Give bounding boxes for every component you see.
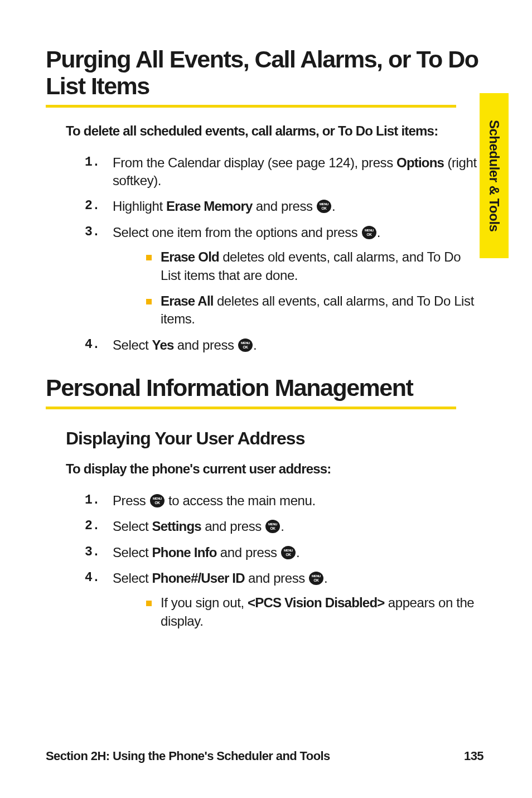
menu-ok-button-icon: MENUOK [265, 519, 280, 534]
text: and press [174, 337, 238, 352]
text-bold: Erase Old [161, 249, 219, 264]
text: From the Calendar display (see page 124)… [113, 155, 396, 170]
text: Press [113, 493, 149, 508]
svg-text:MENU: MENU [365, 229, 374, 232]
text: . [280, 519, 284, 534]
menu-ok-button-icon: MENUOK [308, 570, 324, 586]
svg-text:OK: OK [243, 345, 248, 349]
steps-address: Press MENUOK to access the main menu. Se… [85, 492, 483, 630]
sub-erase-old: Erase Old deletes old events, call alarm… [146, 248, 483, 284]
text: Select [113, 545, 152, 560]
text-bold: Erase All [161, 293, 214, 308]
text: Select [113, 519, 152, 534]
text: Select one item from the options and pre… [113, 225, 361, 240]
heading-purging: Purging All Events, Call Alarms, or To D… [46, 46, 483, 99]
text: Highlight [113, 199, 166, 214]
text: . [332, 199, 335, 214]
sub-erase-all: Erase All deletes all events, call alarm… [146, 292, 483, 328]
step-4: Select Yes and press MENUOK. [85, 336, 483, 354]
footer-section-label: Section 2H: Using the Phone's Scheduler … [46, 749, 330, 763]
step-4-sublist: If you sign out, <PCS Vision Disabled> a… [146, 594, 483, 630]
section-tab: Scheduler & Tools [480, 93, 509, 258]
lead-delete-events: To delete all scheduled events, call ala… [66, 122, 483, 140]
svg-text:OK: OK [270, 526, 276, 530]
heading-rule [46, 105, 456, 108]
svg-text:MENU: MENU [241, 341, 250, 345]
text: . [377, 225, 380, 240]
step-4: Select Phone#/User ID and press MENUOK. … [85, 569, 483, 630]
menu-ok-button-icon: MENUOK [361, 225, 377, 240]
svg-text:OK: OK [314, 578, 320, 582]
step-1: From the Calendar display (see page 124)… [85, 154, 483, 190]
text-bold: Phone#/User ID [152, 570, 245, 586]
text: and press [253, 199, 316, 214]
text: . [253, 337, 257, 352]
text-bold: Phone Info [152, 545, 217, 560]
svg-text:OK: OK [321, 206, 327, 210]
svg-text:MENU: MENU [268, 523, 277, 526]
svg-text:MENU: MENU [312, 574, 321, 578]
page-number: 135 [464, 749, 483, 763]
text: If you sign out, [161, 595, 248, 610]
text: Select [113, 337, 152, 352]
menu-ok-button-icon: MENUOK [149, 493, 165, 509]
step-1: Press MENUOK to access the main menu. [85, 492, 483, 510]
step-3-sublist: Erase Old deletes old events, call alarm… [146, 248, 483, 328]
svg-text:OK: OK [366, 233, 372, 236]
step-3: Select one item from the options and pre… [85, 224, 483, 328]
menu-ok-button-icon: MENUOK [238, 337, 253, 353]
text: and press [245, 570, 308, 586]
text-bold: Settings [152, 519, 201, 534]
text-bold: Options [396, 155, 444, 170]
svg-text:MENU: MENU [284, 549, 293, 552]
menu-ok-button-icon: MENUOK [280, 545, 296, 560]
heading-rule [46, 407, 456, 409]
lead-display-address: To display the phone's current user addr… [66, 460, 483, 478]
svg-text:OK: OK [286, 553, 291, 557]
text: . [296, 545, 299, 560]
text-bold: Yes [152, 337, 174, 352]
step-2: Select Settings and press MENUOK. [85, 518, 483, 535]
sub-sign-out: If you sign out, <PCS Vision Disabled> a… [146, 594, 483, 630]
menu-ok-button-icon: MENUOK [316, 199, 332, 214]
subheading-user-address: Displaying Your User Address [66, 428, 483, 449]
steps-purge: From the Calendar display (see page 124)… [85, 154, 483, 355]
svg-text:MENU: MENU [153, 497, 162, 500]
text: and press [217, 545, 280, 560]
text-bold: <PCS Vision Disabled> [248, 595, 385, 610]
step-3: Select Phone Info and press MENUOK. [85, 544, 483, 562]
heading-personal-info: Personal Information Management [46, 374, 483, 401]
text: to access the main menu. [165, 493, 316, 508]
svg-text:MENU: MENU [320, 202, 328, 206]
section-tab-label: Scheduler & Tools [486, 120, 502, 231]
step-2: Highlight Erase Memory and press MENUOK. [85, 197, 483, 215]
text-bold: Erase Memory [166, 199, 253, 214]
text: Select [113, 570, 152, 586]
text: . [324, 570, 327, 586]
section-personal-info: Personal Information Management Displayi… [46, 374, 483, 630]
manual-page: Scheduler & Tools Purging All Events, Ca… [0, 0, 532, 798]
svg-text:OK: OK [154, 501, 160, 505]
page-footer: Section 2H: Using the Phone's Scheduler … [46, 749, 483, 763]
text: and press [201, 519, 265, 534]
